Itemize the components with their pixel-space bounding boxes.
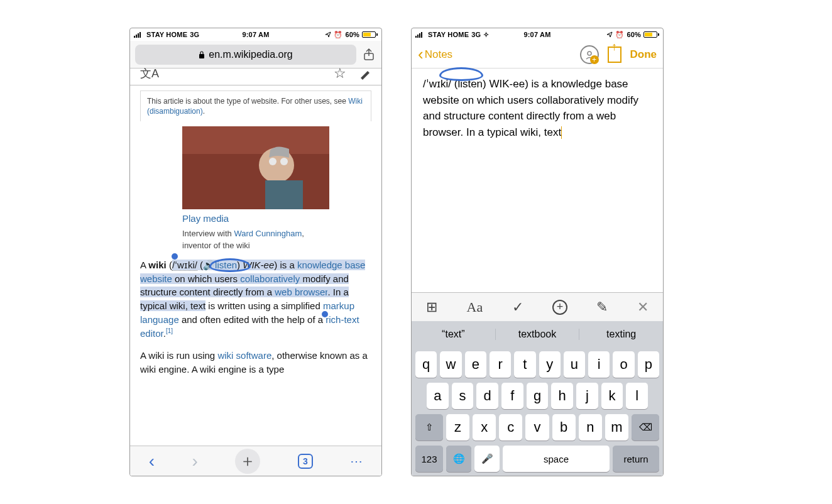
table-icon[interactable]: ⊞ bbox=[426, 299, 437, 315]
numbers-key[interactable]: 123 bbox=[415, 446, 443, 472]
prediction-1[interactable]: “text” bbox=[412, 329, 495, 340]
key-r[interactable]: r bbox=[490, 351, 511, 378]
key-b[interactable]: b bbox=[552, 414, 576, 441]
paragraph-2: A wiki is run using wiki software, other… bbox=[140, 349, 371, 376]
back-button[interactable]: ‹Notes bbox=[418, 45, 452, 64]
shift-key[interactable]: ⇧ bbox=[415, 414, 443, 441]
net-text: 3G bbox=[190, 31, 199, 38]
alarm-icon: ⏰ bbox=[334, 31, 342, 39]
key-a[interactable]: a bbox=[427, 383, 449, 409]
key-e[interactable]: e bbox=[465, 351, 486, 378]
key-i[interactable]: i bbox=[588, 351, 610, 378]
lock-icon bbox=[199, 50, 205, 59]
collaborate-icon[interactable] bbox=[580, 45, 599, 64]
signal-icon bbox=[415, 31, 425, 38]
play-media-link[interactable]: Play media bbox=[182, 212, 329, 226]
return-key[interactable]: return bbox=[613, 446, 659, 472]
svg-rect-1 bbox=[136, 35, 137, 38]
battery-icon bbox=[643, 31, 659, 38]
svg-rect-9 bbox=[265, 180, 303, 209]
safari-address-bar: en.m.wikipedia.org bbox=[130, 41, 381, 68]
status-bar: STAY HOME 3G ✧ 9:07 AM ⏰ 60% bbox=[412, 28, 663, 41]
share-icon[interactable] bbox=[361, 47, 376, 62]
url-text: en.m.wikipedia.org bbox=[209, 49, 292, 60]
edit-icon[interactable] bbox=[359, 67, 371, 80]
backspace-key[interactable]: ⌫ bbox=[632, 414, 659, 441]
key-y[interactable]: y bbox=[539, 351, 561, 378]
key-o[interactable]: o bbox=[613, 351, 634, 378]
add-icon[interactable]: + bbox=[552, 300, 567, 315]
article-content: Play media Interview with Ward Cunningha… bbox=[130, 121, 381, 446]
svg-rect-3 bbox=[140, 32, 141, 38]
share-icon[interactable] bbox=[608, 47, 621, 63]
key-p[interactable]: p bbox=[638, 351, 659, 378]
caption-link[interactable]: Ward Cunningham bbox=[234, 229, 302, 238]
notes-navbar: ‹Notes Done bbox=[412, 41, 663, 68]
prediction-3[interactable]: texting bbox=[579, 329, 663, 340]
globe-key[interactable]: 🌐 bbox=[446, 446, 471, 472]
tabs-button[interactable]: 3 bbox=[298, 454, 313, 469]
forward-button[interactable]: › bbox=[192, 451, 198, 471]
key-u[interactable]: u bbox=[564, 351, 585, 378]
location-icon bbox=[606, 31, 613, 38]
svg-rect-14 bbox=[419, 33, 420, 38]
space-key[interactable]: space bbox=[503, 446, 610, 472]
key-l[interactable]: l bbox=[626, 383, 648, 409]
key-q[interactable]: q bbox=[415, 351, 437, 378]
note-body[interactable]: /ˈwɪki/ (listen) WIK-ee) is a knowledge … bbox=[412, 68, 663, 292]
svg-rect-7 bbox=[182, 126, 329, 154]
svg-rect-12 bbox=[415, 36, 417, 38]
key-f[interactable]: f bbox=[501, 383, 523, 409]
key-s[interactable]: s bbox=[452, 383, 474, 409]
url-field[interactable]: en.m.wikipedia.org bbox=[135, 45, 356, 65]
key-v[interactable]: v bbox=[525, 414, 549, 441]
carrier-text: STAY HOME bbox=[146, 31, 187, 38]
key-g[interactable]: g bbox=[527, 383, 549, 409]
key-k[interactable]: k bbox=[601, 383, 623, 409]
battery-percent: 60% bbox=[345, 31, 359, 38]
text-cursor bbox=[561, 126, 562, 139]
svg-rect-15 bbox=[421, 32, 422, 38]
key-h[interactable]: h bbox=[551, 383, 573, 409]
dismiss-icon[interactable]: ✕ bbox=[637, 299, 649, 315]
key-m[interactable]: m bbox=[605, 414, 628, 441]
key-n[interactable]: n bbox=[579, 414, 602, 441]
new-tab-button[interactable]: ＋ bbox=[235, 449, 260, 474]
key-w[interactable]: w bbox=[440, 351, 461, 378]
thumbnail-caption: Interview with Ward Cunningham, inventor… bbox=[182, 228, 329, 252]
prediction-2[interactable]: textbook bbox=[495, 329, 579, 340]
svg-point-11 bbox=[280, 158, 288, 165]
lang-icon[interactable]: 文A bbox=[140, 66, 159, 81]
back-button[interactable]: ‹ bbox=[149, 451, 155, 471]
svg-rect-0 bbox=[134, 36, 135, 38]
status-bar: STAY HOME 3G 9:07 AM ⏰ 60% bbox=[130, 28, 381, 41]
signal-icon bbox=[134, 31, 144, 38]
battery-icon bbox=[362, 31, 378, 38]
alarm-icon: ⏰ bbox=[615, 31, 624, 39]
font-icon[interactable]: Aa bbox=[467, 299, 483, 315]
thumbnail-image[interactable] bbox=[182, 126, 329, 209]
done-button[interactable]: Done bbox=[630, 48, 657, 61]
loading-icon: ✧ bbox=[483, 31, 489, 39]
svg-rect-2 bbox=[138, 33, 139, 38]
paragraph-1: A wiki (/ˈwɪki/ (🔊listen) WIK-ee) is a k… bbox=[140, 258, 371, 341]
safari-tab-bar: ‹ › ＋ 3 ⋯ bbox=[130, 446, 381, 476]
key-t[interactable]: t bbox=[514, 351, 535, 378]
svg-rect-4 bbox=[199, 54, 204, 58]
key-z[interactable]: z bbox=[446, 414, 469, 441]
key-x[interactable]: x bbox=[473, 414, 496, 441]
key-d[interactable]: d bbox=[476, 383, 498, 409]
location-icon bbox=[325, 31, 331, 38]
hatnote-box: This article is about the type of websit… bbox=[140, 90, 371, 121]
time-text: 9:07 AM bbox=[242, 31, 269, 38]
prediction-row: “text” textbook texting bbox=[412, 321, 663, 348]
star-icon[interactable]: ☆ bbox=[334, 65, 346, 82]
draw-icon[interactable]: ✎ bbox=[596, 299, 608, 315]
svg-rect-13 bbox=[417, 35, 419, 38]
checklist-icon[interactable]: ✓ bbox=[512, 299, 523, 315]
more-icon[interactable]: ⋯ bbox=[350, 454, 363, 469]
key-j[interactable]: j bbox=[576, 383, 598, 409]
key-c[interactable]: c bbox=[499, 414, 522, 441]
note-text: /ˈwɪki/ (listen) WIK-ee) is a knowledge … bbox=[423, 78, 638, 138]
dictate-key[interactable]: 🎤 bbox=[474, 446, 500, 472]
